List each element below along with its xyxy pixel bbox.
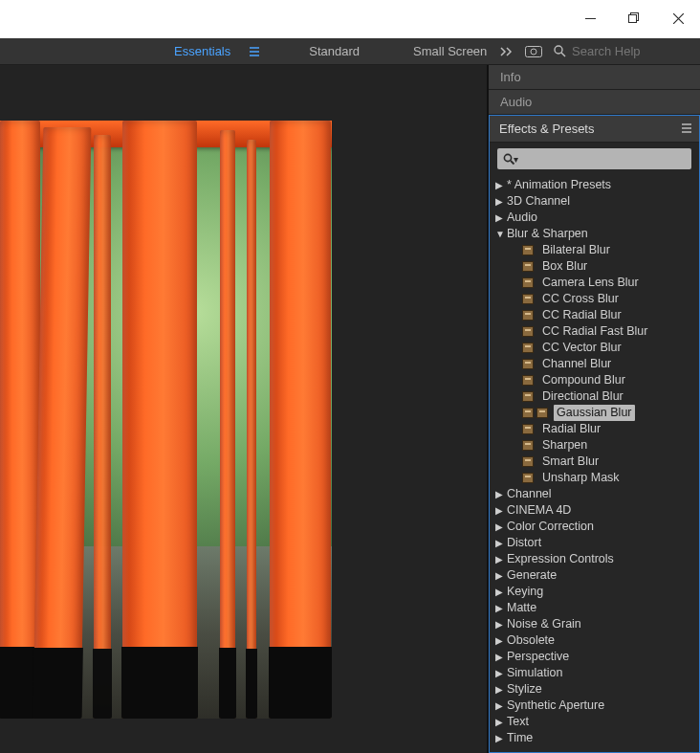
effects-search-box[interactable]: ▾ [497,148,691,169]
effects-presets-title: Effects & Presets [499,122,594,136]
workspace-tab-menu-icon[interactable] [242,38,267,64]
svg-point-3 [531,49,536,55]
effect-icon [522,375,534,386]
effect-channel-blur[interactable]: Channel Blur [518,356,699,372]
svg-point-5 [504,154,511,161]
effect-icon [522,326,534,337]
category-keying[interactable]: ▶Keying [490,584,699,600]
effect-icon [522,440,534,451]
category-generate[interactable]: ▶Generate [490,567,699,584]
effect-cc-cross-blur[interactable]: CC Cross Blur [518,291,699,307]
workspace-overflow-button[interactable] [500,47,514,56]
svg-rect-1 [629,15,637,23]
torii-pillar [94,135,111,719]
category-blur-sharpen[interactable]: ▼Blur & Sharpen [490,226,699,242]
effect-icon [522,473,534,483]
category-simulation[interactable]: ▶Simulation [490,665,699,681]
panel-menu-icon [682,123,691,133]
effect-radial-blur[interactable]: Radial Blur [518,421,699,437]
effect-sharpen[interactable]: Sharpen [518,437,699,454]
effect-icon [522,456,534,467]
category-distort[interactable]: ▶Distort [490,535,699,551]
category-animation-presets[interactable]: ▶* Animation Presets [490,177,699,193]
close-icon [673,13,684,24]
effect-icon [522,408,534,418]
effect-gaussian-blur[interactable]: Gaussian Blur [518,405,699,421]
effect-icon [522,424,534,434]
chevrons-right-icon [500,47,514,56]
effect-camera-lens-blur[interactable]: Camera Lens Blur [518,275,699,291]
effects-search-input[interactable] [518,152,691,166]
effect-icon [522,277,534,288]
category-matte[interactable]: ▶Matte [490,600,699,616]
category-cinema4d[interactable]: ▶CINEMA 4D [490,502,699,519]
effect-box-blur[interactable]: Box Blur [518,258,699,275]
effect-directional-blur[interactable]: Directional Blur [518,388,699,405]
effect-icon [522,391,534,402]
minimize-button[interactable] [568,4,612,33]
help-search-input[interactable] [572,44,687,58]
effect-icon [536,408,548,418]
effects-tree[interactable]: ▶* Animation Presets ▶3D Channel ▶Audio … [490,175,699,752]
effect-icon [522,261,534,272]
category-channel[interactable]: ▶Channel [490,486,699,502]
effect-icon [522,294,534,304]
snapshot-icon [525,46,542,57]
effect-unsharp-mask[interactable]: Unsharp Mask [518,470,699,486]
effect-icon [522,245,534,255]
category-text[interactable]: ▶Text [490,714,699,730]
workspace-tab-standard[interactable]: Standard [297,38,371,64]
effect-icon [522,343,534,353]
effect-bilateral-blur[interactable]: Bilateral Blur [518,242,699,258]
composition-panel [0,65,488,753]
effects-presets-panel: Effects & Presets ▾ ▶* [489,115,700,753]
maximize-icon [628,12,640,24]
torii-pillar [270,121,331,719]
maximize-button[interactable] [612,4,656,33]
snapshot-button[interactable] [525,46,542,57]
workspace-tab-small-screen[interactable]: Small Screen [402,38,498,64]
right-panel-column: Info Audio Effects & Presets ▾ [488,65,700,753]
torii-pillar [247,140,256,719]
category-perspective[interactable]: ▶Perspective [490,649,699,665]
effect-cc-vector-blur[interactable]: CC Vector Blur [518,340,699,356]
panel-tab-audio[interactable]: Audio [489,90,700,115]
effects-search-row: ▾ [490,143,699,175]
effects-presets-header[interactable]: Effects & Presets [490,116,699,143]
category-synthetic-aperture[interactable]: ▶Synthetic Aperture [490,698,699,714]
effect-compound-blur[interactable]: Compound Blur [518,372,699,388]
effect-cc-radial-blur[interactable]: CC Radial Blur [518,307,699,323]
category-stylize[interactable]: ▶Stylize [490,681,699,698]
window-titlebar [0,0,700,38]
effect-icon [522,359,534,369]
category-audio[interactable]: ▶Audio [490,210,699,226]
workspace: Info Audio Effects & Presets ▾ [0,65,700,753]
category-3d-channel[interactable]: ▶3D Channel [490,193,699,210]
category-obsolete[interactable]: ▶Obsolete [490,632,699,649]
torii-pillar [220,130,235,719]
workspace-bar: Essentials Standard Small Screen [0,38,700,65]
category-noise-grain[interactable]: ▶Noise & Grain [490,616,699,632]
panel-menu-button[interactable] [682,122,691,136]
minimize-icon [585,13,596,24]
category-color-correction[interactable]: ▶Color Correction [490,519,699,535]
category-expression-controls[interactable]: ▶Expression Controls [490,551,699,567]
workspace-bar-left-spacer [0,38,163,64]
workspace-tab-essentials[interactable]: Essentials [163,38,242,64]
category-time[interactable]: ▶Time [490,730,699,746]
svg-rect-2 [526,46,542,56]
close-button[interactable] [656,4,700,33]
torii-pillar [122,121,197,719]
help-search[interactable] [554,44,687,58]
panel-tab-info[interactable]: Info [489,65,700,90]
effect-smart-blur[interactable]: Smart Blur [518,454,699,470]
effect-icon [522,310,534,321]
svg-point-4 [555,46,562,54]
search-icon [554,45,566,57]
effect-cc-radial-fast-blur[interactable]: CC Radial Fast Blur [518,323,699,340]
composition-viewer[interactable] [0,121,332,719]
blur-sharpen-children: Bilateral Blur Box Blur Camera Lens Blur… [490,242,699,486]
